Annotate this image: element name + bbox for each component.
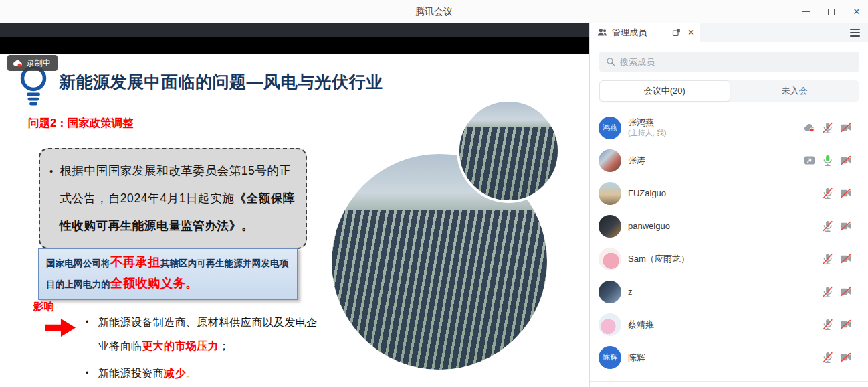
member-row-caijingyong[interactable]: 蔡靖雍 bbox=[590, 308, 868, 341]
camera-off-icon[interactable] bbox=[839, 252, 852, 265]
search-icon bbox=[605, 56, 616, 67]
impact-1-em: 更大的市场压力 bbox=[142, 340, 219, 352]
camera-off-icon[interactable] bbox=[839, 351, 852, 364]
impact-item-2: • 新能源投资商减少。 bbox=[86, 362, 318, 385]
share-letterbox-bar bbox=[0, 37, 589, 54]
member-list: 鸿燕 张鸿燕 (主持人, 我) 张涛 bbox=[590, 111, 868, 374]
panel-title: 管理成员 bbox=[612, 27, 647, 39]
avatar bbox=[599, 215, 621, 238]
policy-em-1: 不再承担 bbox=[110, 255, 160, 269]
share-top-strip bbox=[0, 23, 589, 37]
problem-heading: 问题2：国家政策调整 bbox=[28, 116, 134, 131]
member-filter-tabs: 会议中(20) 未入会 bbox=[599, 80, 859, 102]
camera-off-icon[interactable] bbox=[839, 154, 852, 167]
members-panel: 管理成员 ✕ 会议中(20) 未入会 鸿燕 张鸿燕 (主持人, 我) bbox=[589, 23, 868, 387]
notice-box: • 根据中国国家发展和改革委员会第15号的正式公告，自2024年4月1日起实施《… bbox=[39, 148, 307, 249]
member-name: 蔡靖雍 bbox=[628, 319, 654, 330]
impact-1-post: ； bbox=[219, 340, 229, 352]
avatar bbox=[599, 248, 621, 270]
avatar bbox=[599, 313, 621, 336]
impact-bullet-2: • bbox=[86, 362, 89, 385]
tab-not-joined[interactable]: 未入会 bbox=[730, 80, 860, 102]
member-name: 陈辉 bbox=[628, 352, 645, 363]
mic-on-icon[interactable] bbox=[821, 154, 834, 167]
avatar: 陈辉 bbox=[599, 346, 621, 369]
close-panel-icon[interactable]: ✕ bbox=[687, 28, 695, 37]
window-titlebar: 腾讯会议 ✕ bbox=[0, 0, 868, 23]
member-search[interactable] bbox=[599, 52, 859, 72]
impact-label: 影响 bbox=[33, 300, 54, 314]
member-name: Sam（应雨龙） bbox=[628, 254, 689, 264]
hamburger-menu-icon[interactable] bbox=[850, 29, 860, 37]
mic-muted-icon[interactable] bbox=[821, 187, 834, 200]
solar-farm-photo-small bbox=[457, 99, 560, 203]
panel-tabbar: 管理成员 ✕ bbox=[590, 23, 868, 42]
recording-badge[interactable]: 录制中 bbox=[7, 55, 58, 71]
minimize-button[interactable] bbox=[801, 7, 810, 17]
mic-muted-icon[interactable] bbox=[821, 285, 834, 298]
impact-item-2-text: 新能源投资商减少。 bbox=[98, 362, 197, 385]
search-input[interactable] bbox=[620, 57, 853, 67]
avatar bbox=[599, 149, 621, 172]
member-role: (主持人, 我) bbox=[628, 128, 666, 138]
screen-sharing-icon[interactable] bbox=[803, 154, 816, 167]
avatar: 鸿燕 bbox=[599, 117, 621, 139]
mic-muted-icon[interactable] bbox=[821, 351, 834, 364]
impact-item-1: • 新能源设备制造商、原材料供应商以及发电企业将面临更大的市场压力； bbox=[86, 311, 318, 358]
impact-item-1-text: 新能源设备制造商、原材料供应商以及发电企业将面临更大的市场压力； bbox=[98, 311, 318, 358]
member-row-sam[interactable]: Sam（应雨龙） bbox=[590, 242, 868, 275]
popout-icon[interactable] bbox=[671, 27, 681, 37]
maximize-button[interactable] bbox=[827, 7, 836, 17]
app-window: 腾讯会议 ✕ 录制中 新能源发展中面临的问题—风电与光伏行 bbox=[0, 0, 868, 387]
presentation-slide: 录制中 新能源发展中面临的问题—风电与光伏行业 问题2：国家政策调整 • 根据中… bbox=[0, 54, 589, 387]
impact-arrow-icon bbox=[45, 319, 76, 337]
maximize-icon bbox=[828, 9, 835, 15]
member-name: FUZaiguo bbox=[628, 188, 666, 199]
tab-in-meeting[interactable]: 会议中(20) bbox=[599, 80, 730, 102]
cloud-recording-icon[interactable] bbox=[803, 121, 816, 134]
mic-muted-icon[interactable] bbox=[821, 220, 834, 232]
mic-muted-icon[interactable] bbox=[821, 318, 834, 331]
camera-off-icon[interactable] bbox=[839, 121, 852, 134]
panel-footer-divider bbox=[590, 381, 868, 382]
close-icon: ✕ bbox=[853, 7, 861, 16]
impact-bullet-1: • bbox=[86, 311, 89, 358]
member-row-chenhui[interactable]: 陈辉 陈辉 bbox=[590, 341, 868, 374]
camera-off-icon[interactable] bbox=[839, 187, 852, 200]
mic-muted-icon[interactable] bbox=[821, 121, 834, 134]
people-icon bbox=[596, 27, 608, 38]
member-row-panweiguo[interactable]: panweiguo bbox=[590, 210, 868, 242]
window-title: 腾讯会议 bbox=[0, 6, 868, 18]
policy-text-1: 国家电网公司将 bbox=[46, 258, 110, 268]
member-row-zhanghongyan[interactable]: 鸿燕 张鸿燕 (主持人, 我) bbox=[590, 111, 868, 144]
member-name: panweiguo bbox=[628, 221, 670, 232]
slide-title: 新能源发展中面临的问题—风电与光伏行业 bbox=[59, 71, 383, 93]
member-row-fuzaiguo[interactable]: FUZaiguo bbox=[590, 177, 868, 210]
notice-text: 根据中国国家发展和改革委员会第15号的正式公告，自2024年4月1日起实施《全额… bbox=[60, 157, 295, 240]
camera-off-icon[interactable] bbox=[839, 220, 852, 232]
impact-list: • 新能源设备制造商、原材料供应商以及发电企业将面临更大的市场压力； • 新能源… bbox=[86, 311, 318, 385]
close-window-button[interactable]: ✕ bbox=[852, 7, 861, 17]
member-row-z[interactable]: z bbox=[590, 275, 868, 308]
member-name: 张涛 bbox=[628, 155, 645, 166]
impact-2-em: 减少 bbox=[164, 368, 186, 379]
policy-em-2: 全额收购义务。 bbox=[110, 276, 198, 290]
avatar bbox=[599, 182, 621, 205]
notice-bullet: • bbox=[49, 157, 53, 240]
mic-muted-icon[interactable] bbox=[821, 252, 834, 265]
policy-text: 国家电网公司将不再承担其辖区内可再生能源并网发电项目的上网电力的全额收购义务。 bbox=[46, 252, 292, 294]
minimize-icon bbox=[802, 11, 810, 12]
member-name: 张鸿燕 bbox=[628, 117, 666, 128]
recording-label: 录制中 bbox=[27, 58, 51, 69]
screen-share-view: 录制中 新能源发展中面临的问题—风电与光伏行业 问题2：国家政策调整 • 根据中… bbox=[0, 23, 589, 387]
avatar bbox=[599, 281, 621, 303]
camera-off-icon[interactable] bbox=[839, 285, 852, 298]
policy-box: 国家电网公司将不再承担其辖区内可再生能源并网发电项目的上网电力的全额收购义务。 bbox=[38, 248, 298, 300]
recording-cloud-icon bbox=[12, 58, 23, 69]
camera-off-icon[interactable] bbox=[839, 318, 852, 331]
member-row-zhangtao[interactable]: 张涛 bbox=[590, 144, 868, 177]
member-name: z bbox=[628, 287, 633, 297]
impact-2-post: 。 bbox=[186, 368, 197, 379]
impact-2-pre: 新能源投资商 bbox=[98, 368, 164, 379]
tab-manage-members[interactable]: 管理成员 ✕ bbox=[590, 23, 700, 42]
